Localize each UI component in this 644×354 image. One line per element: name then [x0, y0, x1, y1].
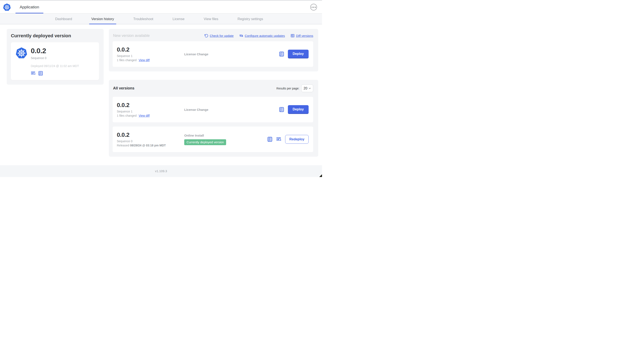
right-column: New version available Check for update	[109, 29, 318, 157]
app-title: Application	[20, 5, 39, 10]
results-per-page-label: Results per page:	[276, 87, 300, 90]
tab-license[interactable]: License	[170, 14, 186, 24]
all-versions-title: All versions	[113, 86, 134, 91]
version-number: 0.0.2	[117, 132, 184, 138]
clock-refresh-icon	[239, 34, 243, 38]
deployed-sequence: Sequence 0	[31, 56, 79, 60]
view-diff-link[interactable]: View diff	[138, 59, 150, 62]
results-per-page-select[interactable]: 20	[301, 84, 313, 92]
kubernetes-logo-icon	[16, 47, 28, 59]
version-source: License Change	[184, 108, 279, 111]
preflight-checks-icon[interactable]	[279, 107, 284, 112]
version-source: Online Install	[184, 134, 267, 137]
version-source: License Change	[184, 52, 279, 56]
kubernetes-logo-icon	[3, 3, 11, 11]
tab-troubleshoot[interactable]: Troubleshoot	[131, 14, 156, 24]
tab-dashboard[interactable]: Dashboard	[53, 14, 74, 24]
more-menu-button[interactable]	[310, 4, 317, 11]
mouse-cursor	[319, 174, 322, 177]
tab-registry-settings[interactable]: Registry settings	[235, 14, 265, 24]
deployed-version-number: 0.0.2	[31, 47, 79, 55]
version-number: 0.0.2	[117, 46, 184, 53]
diff-icon	[290, 34, 294, 38]
tab-version-history[interactable]: Version history	[89, 14, 116, 24]
main-content: Currently deployed version 0.0.2 Sequenc…	[0, 24, 322, 157]
tab-view-files[interactable]: View files	[202, 14, 220, 24]
currently-deployed-panel: Currently deployed version 0.0.2 Sequenc…	[7, 29, 104, 85]
diff-versions-link[interactable]: Diff versions	[290, 34, 313, 38]
version-sequence: Sequence 1	[117, 110, 184, 113]
files-changed: 1 files changed	[117, 114, 136, 117]
app-tab-application[interactable]: Application	[16, 1, 43, 14]
deploy-button[interactable]: Deploy	[288, 50, 308, 59]
new-version-title: New version available	[113, 34, 150, 38]
preflight-checks-icon[interactable]	[279, 51, 284, 57]
files-changed: 1 files changed	[117, 59, 136, 62]
currently-deployed-badge: Currently deployed version	[184, 139, 226, 145]
deployed-timestamp: Deployed 09/11/24 @ 11:02 am MDT	[31, 64, 79, 68]
deploy-button[interactable]: Deploy	[288, 105, 308, 114]
app-footer: v1.109.3	[0, 165, 322, 177]
check-for-update-link[interactable]: Check for update	[204, 34, 234, 38]
chevron-down-icon	[308, 87, 311, 90]
all-versions-panel: All versions Results per page: 20 0.0.2 …	[109, 80, 318, 157]
view-diff-link[interactable]: View diff	[138, 114, 150, 117]
ellipsis-icon	[312, 7, 312, 8]
section-nav: Dashboard Version history Troubleshoot L…	[0, 14, 322, 24]
version-sequence: Sequence 1	[117, 54, 184, 58]
currently-deployed-title: Currently deployed version	[11, 33, 99, 39]
version-sequence: Sequence 0	[117, 140, 184, 143]
view-logs-icon[interactable]	[31, 71, 36, 76]
version-row: 0.0.2 Sequence 1 1 files changed View di…	[113, 97, 313, 122]
console-version: v1.109.3	[155, 169, 167, 173]
released-timestamp: Released 08/29/24 @ 03:18 pm MDT	[117, 144, 166, 147]
app-header: Application	[0, 1, 322, 14]
new-version-row: 0.0.2 Sequence 1 1 files changed View di…	[113, 41, 313, 67]
version-number: 0.0.2	[117, 102, 184, 109]
preflight-checks-icon[interactable]	[38, 71, 43, 76]
version-row: 0.0.2 Sequence 0 Released 08/29/24 @ 03:…	[113, 127, 313, 152]
currently-deployed-card: 0.0.2 Sequence 0 Deployed 09/11/24 @ 11:…	[11, 42, 99, 80]
view-logs-icon[interactable]	[276, 137, 282, 142]
redeploy-button[interactable]: Redeploy	[285, 135, 308, 144]
new-version-panel: New version available Check for update	[109, 29, 318, 72]
configure-automatic-updates-link[interactable]: Configure automatic updates	[239, 34, 285, 38]
preflight-checks-icon[interactable]	[267, 137, 272, 142]
refresh-icon	[204, 34, 208, 38]
